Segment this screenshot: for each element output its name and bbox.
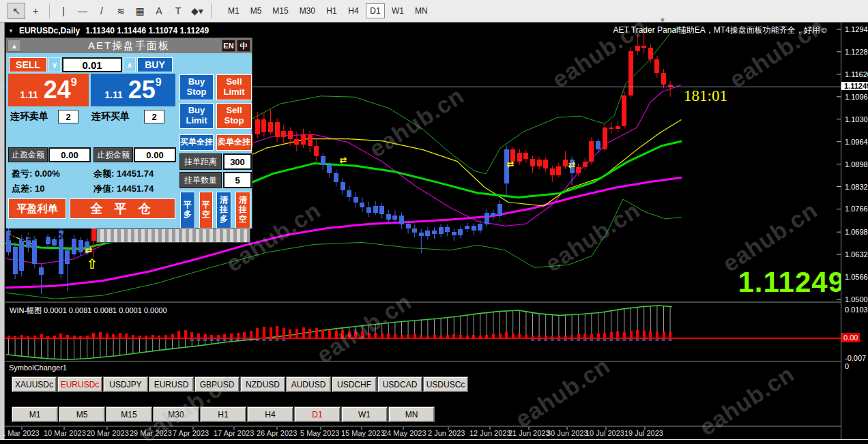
balance-row: 余额: 14451.74	[93, 168, 154, 180]
indicator-axis-label: -0.007	[845, 354, 866, 362]
toolbar-timeframe-m5[interactable]: M5	[246, 3, 266, 18]
pl-amount-row: 盈亏金额: 0.00	[9, 231, 67, 243]
language-en-button[interactable]: EN	[222, 40, 235, 52]
date-label: 2 Jun 2023	[428, 429, 465, 437]
toolbar-timeframe-h4[interactable]: H4	[344, 3, 363, 18]
toolbar-timeframe-h1[interactable]: H1	[322, 3, 341, 18]
equity-row: 净值: 14451.74	[93, 183, 154, 195]
price-axis-label: 1.12280	[845, 48, 868, 56]
one-click-trading-icon[interactable]: ▼	[8, 28, 14, 34]
clear-pending-shorts-button[interactable]: 清挂空	[235, 192, 250, 228]
drawing-tools-group: ↖+|—/≋▦AT◆▾	[0, 3, 207, 19]
toolbar-timeframe-m1[interactable]: M1	[224, 3, 244, 18]
sell-stop-button[interactable]: Sell Stop	[216, 103, 252, 129]
lot-increase-button[interactable]: ∧	[124, 57, 136, 72]
big-price-display: 1.11249	[738, 266, 845, 299]
toolbar-timeframe-m15[interactable]: M15	[268, 3, 292, 18]
price-scale[interactable]: 1.129401.122801.116201.109601.103001.096…	[841, 23, 868, 440]
pending-buy-all-button[interactable]: 买单全挂	[179, 134, 214, 151]
toolbar-separator	[211, 3, 212, 18]
text-label-icon[interactable]: T	[169, 3, 187, 19]
cursor-icon[interactable]: ↖	[8, 3, 25, 19]
close-shorts-button[interactable]: 平空	[199, 192, 213, 228]
close-longs-button[interactable]: 平多	[180, 192, 195, 228]
toolbar-timeframe-d1[interactable]: D1	[366, 3, 385, 18]
pl-amount-label: 盈亏金额:	[9, 231, 47, 241]
price-axis-label: 1.12940	[845, 25, 868, 33]
chain-sell-input[interactable]: 2	[58, 110, 78, 123]
sell-price-point: 9	[71, 76, 77, 89]
lot-decrease-button[interactable]: ∨	[48, 57, 61, 72]
date-label: 15 May 2023	[341, 429, 385, 437]
buy-price-prefix: 1.11	[104, 89, 122, 100]
sell-button[interactable]: SELL	[9, 57, 47, 72]
stop-loss-label[interactable]: 止损金额	[93, 147, 133, 162]
panel-progress-stripes[interactable]	[96, 228, 250, 243]
mt4-window: ↖+|—/≋▦AT◆▾ M1M5M15M30H1H4D1W1MN ⇧⇄⇄⇄⇄ e…	[0, 0, 868, 444]
buy-button[interactable]: BUY	[137, 57, 173, 72]
chain-buy-input[interactable]: 2	[144, 110, 164, 123]
trendline-icon[interactable]: /	[93, 3, 111, 19]
vertical-line-icon[interactable]: |	[55, 3, 72, 19]
take-profit-label[interactable]: 止盈金额	[8, 147, 48, 162]
price-axis-label: 1.10960	[845, 93, 868, 101]
equidistant-channel-icon[interactable]: ≋	[112, 3, 130, 19]
buy-limit-button[interactable]: Buy Limit	[179, 103, 214, 129]
panel-collapse-button[interactable]: ▲	[8, 40, 21, 52]
date-axis[interactable]: 1 Mar 202310 Mar 202320 Mar 202329 Mar 2…	[0, 427, 841, 440]
pending-sell-all-button[interactable]: 卖单全挂	[216, 134, 252, 151]
close-profitable-orders-button[interactable]: 平盈利单	[8, 198, 66, 219]
pending-count-label[interactable]: 挂单数量	[179, 172, 222, 188]
price-axis-label: 1.06325	[845, 250, 868, 258]
profit-percent-row: 盈亏: 0.00%	[12, 168, 60, 180]
toolbar-timeframe-mn[interactable]: MN	[411, 3, 432, 18]
panel-title: AET操盘手面板	[88, 40, 170, 53]
arrows-icon[interactable]: ◆▾	[188, 3, 206, 19]
sell-price-prefix: 1.11	[20, 89, 38, 100]
buy-price-pips: 25	[128, 74, 156, 106]
trade-marker-icon: ⇄	[568, 160, 576, 170]
fibonacci-icon[interactable]: ▦	[131, 3, 149, 19]
lot-size-input[interactable]: 0.01	[62, 57, 122, 72]
take-profit-input[interactable]: 0.00	[48, 147, 91, 162]
pl-amount-value: 0.00	[50, 231, 67, 241]
horizontal-line-icon[interactable]: —	[74, 3, 91, 19]
date-label: 1 Mar 2023	[1, 429, 40, 437]
chevron-down-icon[interactable]: ▼	[659, 16, 666, 24]
buy-price-quote[interactable]: 1.11 25 9	[91, 74, 175, 106]
toolbar-timeframe-m30[interactable]: M30	[295, 3, 319, 18]
date-label: 7 Apr 2023	[173, 429, 209, 437]
chain-buy-label: 连环买单	[91, 110, 130, 123]
equity-label: 净值:	[93, 183, 114, 194]
pending-distance-label[interactable]: 挂单距离	[179, 153, 222, 170]
balance-label: 余额:	[93, 168, 114, 179]
toolbar-separator	[49, 3, 50, 18]
pending-count-input[interactable]: 5	[223, 172, 252, 188]
date-label: 20 Mar 2023	[87, 429, 129, 437]
panel-body: SELL ∨ 0.01 ∧ BUY 1.11 24 9 1.11 25 9 连环…	[6, 53, 252, 228]
price-axis-label: 1.08980	[845, 160, 868, 168]
indicator-axis-label: 0.00	[841, 333, 860, 342]
price-axis-label: 1.06985	[845, 228, 868, 236]
date-label: 21 Jun 2023	[508, 429, 550, 437]
text-icon[interactable]: A	[150, 3, 168, 19]
price-axis-label: 1.05005	[845, 295, 868, 304]
toolbar-timeframe-w1[interactable]: W1	[388, 3, 408, 18]
language-zh-button[interactable]: 中	[237, 40, 250, 52]
toolbar: ↖+|—/≋▦AT◆▾ M1M5M15M30H1H4D1W1MN	[0, 0, 868, 23]
panel-header[interactable]: ▲ AET操盘手面板 EN 中	[6, 38, 252, 53]
clear-pending-longs-button[interactable]: 清挂多	[216, 192, 231, 228]
sell-limit-button[interactable]: Sell Limit	[216, 74, 252, 100]
aet-trading-panel: ▲ AET操盘手面板 EN 中 SELL ∨ 0.01 ∧ BUY 1.11 2…	[5, 38, 252, 228]
pending-distance-input[interactable]: 300	[223, 153, 252, 170]
close-all-positions-button[interactable]: 全 平 仓	[70, 198, 175, 219]
buy-stop-button[interactable]: Buy Stop	[179, 74, 214, 100]
price-axis-label: 1.07660	[845, 205, 868, 213]
date-label: 17 Apr 2023	[214, 429, 254, 437]
sell-price-quote[interactable]: 1.11 24 9	[8, 74, 89, 106]
stop-loss-input[interactable]: 0.00	[134, 147, 176, 162]
crosshair-icon[interactable]: +	[27, 3, 44, 19]
price-axis-label: 1.05665	[845, 273, 868, 281]
date-label: 24 May 2023	[383, 429, 426, 437]
trade-marker-icon: ⇧	[87, 256, 98, 272]
